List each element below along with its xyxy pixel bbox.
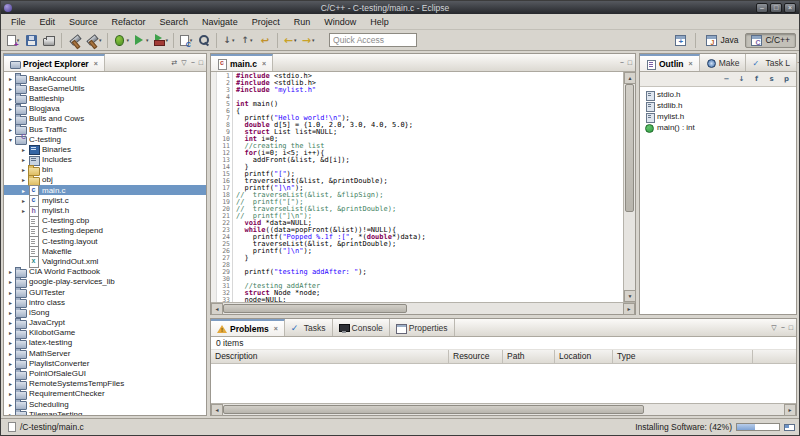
tree-item[interactable]: ▸MathServer xyxy=(4,348,206,358)
tree-item[interactable]: ▸GUITester xyxy=(4,287,206,297)
build-configuration-button[interactable]: ▾ xyxy=(83,31,104,49)
tree-item[interactable]: ▸iSong xyxy=(4,307,206,317)
menu-navigate[interactable]: Navigate xyxy=(195,16,245,28)
tree-expand-arrow-icon[interactable]: ▸ xyxy=(19,187,28,194)
tree-item[interactable]: ▸KilobotGame xyxy=(4,328,206,338)
tree-expand-arrow-icon[interactable]: ▸ xyxy=(6,299,15,306)
column-header-description[interactable]: Description xyxy=(211,350,449,363)
title-bar[interactable]: C/C++ - C-testing/main.c - Eclipse – □ × xyxy=(1,1,799,14)
close-icon[interactable]: × xyxy=(94,60,98,67)
scroll-thumb[interactable] xyxy=(625,84,634,212)
tab-properties[interactable]: Properties xyxy=(390,319,455,336)
save-button[interactable] xyxy=(22,31,40,49)
outline-item[interactable]: stdlib.h xyxy=(644,100,796,111)
sort-icon[interactable]: ↓ xyxy=(735,73,748,86)
tree-item[interactable]: ▸Blogjava xyxy=(4,104,206,114)
collapse-all-icon[interactable]: − xyxy=(720,73,733,86)
menu-run[interactable]: Run xyxy=(287,16,318,28)
open-perspective-button[interactable] xyxy=(669,33,692,48)
scroll-thumb[interactable] xyxy=(223,304,407,313)
menu-window[interactable]: Window xyxy=(317,16,363,28)
back-button[interactable]: ▾ xyxy=(281,31,299,49)
scroll-down-icon[interactable]: ▼ xyxy=(624,290,636,302)
tree-expand-arrow-icon[interactable]: ▸ xyxy=(6,411,15,415)
close-icon[interactable]: × xyxy=(689,60,693,67)
close-icon[interactable]: × xyxy=(262,60,266,67)
build-all-button[interactable] xyxy=(65,31,83,49)
quick-access-input[interactable] xyxy=(329,33,417,47)
tree-item[interactable]: ▸JavaCrypt xyxy=(4,318,206,328)
scroll-track[interactable] xyxy=(624,84,635,290)
column-header-path[interactable]: Path xyxy=(503,350,555,363)
minimize-view-icon[interactable]: − xyxy=(781,323,785,333)
tree-item[interactable]: ▸BankAccount xyxy=(4,73,206,83)
tree-item[interactable]: ▸Bulls and Cows xyxy=(4,114,206,124)
close-icon[interactable]: × xyxy=(274,325,278,332)
tab-outlin[interactable]: Outlin× xyxy=(640,54,700,71)
tab-task-l[interactable]: Task L xyxy=(746,54,797,71)
close-window-button[interactable]: × xyxy=(784,3,796,13)
scroll-track[interactable] xyxy=(223,404,784,415)
problems-horizontal-scrollbar[interactable]: ◄ ► xyxy=(211,403,796,415)
tab-main-c[interactable]: main.c × xyxy=(211,54,273,71)
tree-expand-arrow-icon[interactable]: ▸ xyxy=(6,390,15,397)
tree-item[interactable]: ▸google-play-services_lib xyxy=(4,277,206,287)
tree-item[interactable]: ▸intro class xyxy=(4,297,206,307)
tree-expand-arrow-icon[interactable]: ▸ xyxy=(6,115,15,122)
tree-item[interactable]: ▸Scheduling xyxy=(4,399,206,409)
tree-item[interactable]: ▸latex-testing xyxy=(4,338,206,348)
tree-item[interactable]: C-testing.cbp xyxy=(4,216,206,226)
tree-item[interactable]: ▾C-testing xyxy=(4,134,206,144)
menu-help[interactable]: Help xyxy=(363,16,396,28)
menu-edit[interactable]: Edit xyxy=(33,16,63,28)
minimize-window-button[interactable]: – xyxy=(756,3,768,13)
perspective-java-button[interactable]: Java xyxy=(700,33,744,48)
maximize-view-icon[interactable]: □ xyxy=(789,323,793,333)
tree-expand-arrow-icon[interactable]: ▸ xyxy=(19,176,28,183)
tab-project-explorer[interactable]: Project Explorer × xyxy=(4,54,105,71)
run-button[interactable]: ▾ xyxy=(131,31,151,49)
menu-project[interactable]: Project xyxy=(245,16,287,28)
progress-view-icon[interactable] xyxy=(784,422,794,432)
editor-horizontal-scrollbar[interactable]: ◄ ► xyxy=(211,302,635,314)
external-tools-button[interactable]: ▾ xyxy=(151,31,171,49)
tree-expand-arrow-icon[interactable]: ▸ xyxy=(6,126,15,133)
new-button[interactable]: ▾ xyxy=(4,31,22,49)
hide-fields-icon[interactable]: f xyxy=(750,73,763,86)
tree-expand-arrow-icon[interactable]: ▸ xyxy=(19,146,28,153)
tree-item[interactable]: ▸RemoteSystemsTempFiles xyxy=(4,379,206,389)
menu-refactor[interactable]: Refactor xyxy=(105,16,153,28)
scroll-right-icon[interactable]: ► xyxy=(784,404,796,416)
scroll-left-icon[interactable]: ◄ xyxy=(211,404,223,416)
project-tree[interactable]: ▸BankAccount▸BaseGameUtils▸Battleship▸Bl… xyxy=(4,72,206,415)
tree-expand-arrow-icon[interactable]: ▾ xyxy=(6,136,15,143)
scroll-up-icon[interactable]: ▲ xyxy=(624,72,636,84)
tree-expand-arrow-icon[interactable]: ▸ xyxy=(19,166,28,173)
tab-console[interactable]: Console xyxy=(333,319,390,336)
tree-item[interactable]: C-testing.depend xyxy=(4,226,206,236)
tree-expand-arrow-icon[interactable]: ▸ xyxy=(6,350,15,357)
editor-vertical-scrollbar[interactable]: ▲ ▼ xyxy=(623,72,635,302)
maximize-view-icon[interactable]: □ xyxy=(628,58,632,68)
forward-button[interactable]: ▾ xyxy=(299,31,317,49)
hide-non-public-members-icon[interactable]: p xyxy=(780,73,793,86)
hide-static-members-icon[interactable]: s xyxy=(765,73,778,86)
link-with-editor-icon[interactable]: ⇄ xyxy=(171,58,177,68)
tree-item[interactable]: ▸Battleship xyxy=(4,93,206,103)
minimize-view-icon[interactable]: − xyxy=(620,58,624,68)
view-menu-icon[interactable]: ▽ xyxy=(771,323,776,333)
code-area[interactable]: #include <stdio.h>#include <stdlib.h>#in… xyxy=(233,72,623,302)
tree-item[interactable]: ▸TilemapTesting xyxy=(4,409,206,415)
tree-expand-arrow-icon[interactable]: ▸ xyxy=(6,278,15,285)
tree-expand-arrow-icon[interactable]: ▸ xyxy=(6,75,15,82)
minimize-view-icon[interactable]: − xyxy=(191,58,195,68)
debug-button[interactable]: ▾ xyxy=(111,31,132,49)
tree-expand-arrow-icon[interactable]: ▸ xyxy=(6,309,15,316)
tree-item[interactable]: ▸Bus Traffic xyxy=(4,124,206,134)
tree-item[interactable]: ▸mylist.c xyxy=(4,195,206,205)
print-button[interactable] xyxy=(40,31,58,49)
tree-item[interactable]: ▸obj xyxy=(4,175,206,185)
tree-item[interactable]: ▸PointOfSaleGUI xyxy=(4,368,206,378)
column-header-resource[interactable]: Resource xyxy=(449,350,503,363)
menu-file[interactable]: File xyxy=(4,16,33,28)
